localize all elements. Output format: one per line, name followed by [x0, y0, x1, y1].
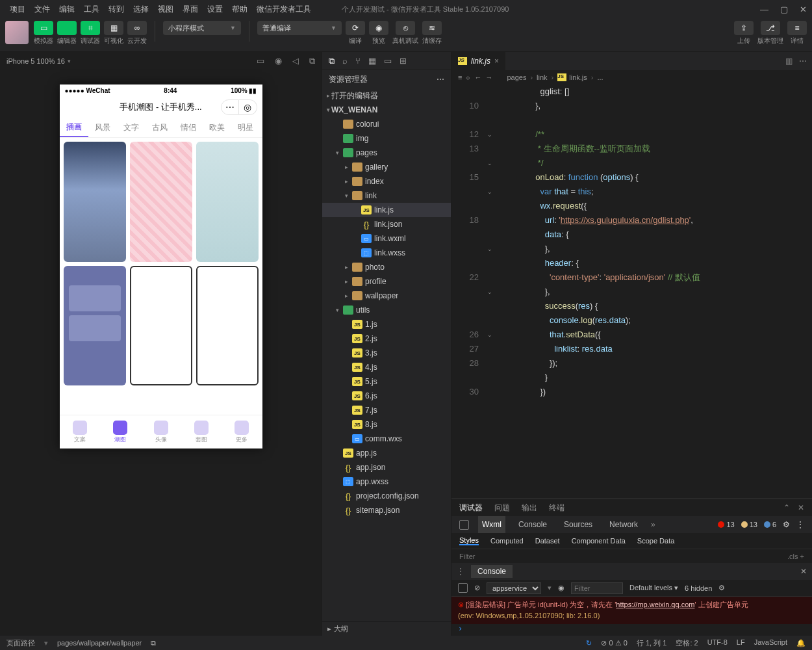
menu-item[interactable]: 视图 [153, 4, 178, 15]
record-icon[interactable]: ◉ [275, 56, 282, 66]
tree-node[interactable]: JS7.js [322, 403, 451, 417]
tree-node[interactable]: ⬚app.wxss [322, 474, 451, 489]
tree-node[interactable]: {}app.json [322, 460, 451, 474]
target-icon[interactable]: ◎ [239, 99, 257, 115]
tab-terminal[interactable]: 终端 [549, 502, 565, 514]
wallpaper-card[interactable] [196, 142, 259, 262]
close-tab-icon[interactable]: × [494, 57, 499, 66]
inspect-icon[interactable] [459, 520, 469, 530]
more-tabs-icon[interactable]: » [651, 520, 655, 529]
phone-simulator[interactable]: ●●●●● WeChat8:44100% ▮▮ 手机潮图 - 让手机秀... ⋯… [60, 84, 262, 448]
sync-icon[interactable]: ↻ [586, 639, 592, 647]
kebab-icon[interactable]: ⋮ [796, 520, 804, 529]
wallpaper-card[interactable] [130, 266, 192, 386]
menu-item[interactable]: 项目 [5, 4, 30, 15]
close-panel-icon[interactable]: ✕ [798, 503, 804, 512]
category-tab[interactable]: 风景 [88, 118, 117, 137]
more-icon[interactable]: ⋯ [437, 75, 444, 84]
编辑器-button[interactable] [57, 21, 77, 35]
breadcrumb[interactable]: ≡ ⟐ ← → pages› link› JSlink.js› ... [451, 70, 812, 84]
category-tab[interactable]: 欧美 [203, 118, 231, 137]
tab-problems[interactable]: 问题 [494, 502, 510, 514]
close-icon[interactable]: ✕ [800, 5, 807, 14]
模拟器-button[interactable]: ▭ [34, 21, 53, 35]
tree-node[interactable]: JS8.js [322, 417, 451, 432]
tree-node[interactable]: ▸index [322, 174, 451, 188]
wallpaper-card[interactable] [64, 266, 126, 386]
tab-debugger[interactable]: 调试器 [459, 502, 483, 514]
context-select[interactable]: appservice [487, 582, 541, 594]
tree-node[interactable]: ▾link [322, 188, 451, 203]
tree-node[interactable]: {}project.config.json [322, 489, 451, 503]
device-icon[interactable]: ▭ [257, 56, 264, 66]
code-editor[interactable]: 10121315182226272830 ⌄⌄⌄⌄⌄⌄ gglist: [] }… [451, 84, 812, 499]
mute-icon[interactable]: ◁ [292, 56, 299, 66]
console-prompt[interactable]: › [451, 624, 812, 636]
tabbar-item[interactable]: 文案 [60, 415, 100, 448]
inspect-icon[interactable] [458, 583, 468, 593]
tree-node[interactable]: JS2.js [322, 332, 451, 346]
menu-item[interactable]: 设置 [203, 4, 227, 15]
kebab-icon[interactable]: ⋮ [457, 567, 464, 576]
avatar[interactable] [5, 21, 29, 44]
wallpaper-card[interactable] [130, 142, 192, 262]
menu-item[interactable]: 微信开发者工具 [252, 4, 316, 15]
tree-node[interactable]: ▭link.wxml [322, 231, 451, 246]
device-label[interactable]: iPhone 5 100% 16 [6, 57, 65, 65]
category-tab[interactable]: 文字 [117, 118, 146, 137]
tree-node[interactable]: JS4.js [322, 360, 451, 374]
category-tab[interactable]: 明星 [231, 118, 260, 137]
mode-select[interactable]: 小程序模式▼ [163, 21, 241, 35]
上传-button[interactable]: ⇪ [734, 21, 754, 35]
真机调试-button[interactable]: ⎋ [396, 21, 415, 35]
tree-node[interactable]: ⬚link.wxss [322, 246, 451, 260]
styles-filter[interactable]: Filter [459, 552, 475, 560]
layout-icon[interactable]: ▦ [368, 56, 376, 66]
split-icon[interactable]: ▥ [785, 57, 793, 66]
section-project[interactable]: ▾WX_WENAN [322, 103, 451, 117]
wallpaper-card[interactable] [64, 142, 126, 262]
版本管理-button[interactable]: ⎇ [761, 21, 780, 35]
详情-button[interactable]: ≡ [787, 21, 807, 35]
tab-network[interactable]: Network [605, 516, 642, 533]
menu-item[interactable]: 编辑 [55, 4, 79, 15]
minimize-icon[interactable]: — [760, 5, 768, 14]
gear-icon[interactable]: ⚙ [783, 520, 790, 529]
tab-sources[interactable]: Sources [560, 516, 596, 533]
tree-node[interactable]: JSapp.js [322, 446, 451, 460]
tree-node[interactable]: ▾utils [322, 303, 451, 317]
云开发-button[interactable]: ∞ [127, 21, 147, 35]
menu-item[interactable]: 选择 [129, 4, 153, 15]
category-tab[interactable]: 插画 [60, 118, 88, 137]
ext-icon[interactable]: ⊞ [400, 56, 407, 66]
tree-node[interactable]: ▸profile [322, 274, 451, 289]
tree-node[interactable]: ▾pages [322, 146, 451, 160]
editor-tab[interactable]: JSlink.js× [451, 52, 505, 70]
category-tab[interactable]: 情侣 [174, 118, 203, 137]
tree-node[interactable]: ▸wallpaper [322, 289, 451, 303]
tree-node[interactable]: JS5.js [322, 374, 451, 389]
wallpaper-card[interactable] [196, 266, 259, 386]
tab-console[interactable]: Console [514, 516, 551, 533]
tree-node[interactable]: ▸photo [322, 260, 451, 274]
levels-select[interactable]: Default levels ▾ [629, 584, 678, 592]
stop-icon[interactable]: ⊘ [474, 584, 480, 592]
tree-node[interactable]: JS3.js [322, 346, 451, 360]
清缓存-button[interactable]: ≋ [422, 21, 442, 35]
git-icon[interactable]: ⑂ [355, 56, 361, 66]
tree-node[interactable]: JSlink.js [322, 203, 451, 217]
compile-select[interactable]: 普通编译▼ [257, 21, 342, 35]
tabbar-item[interactable]: 潮图 [100, 415, 140, 448]
tree-node[interactable]: colorui [322, 117, 451, 131]
nav-fwd-icon[interactable]: → [485, 73, 492, 81]
menu-item[interactable]: 帮助 [227, 4, 252, 15]
tab-output[interactable]: 输出 [522, 502, 537, 514]
menu-icon[interactable]: ⋯ [221, 99, 239, 115]
menu-item[interactable]: 工具 [79, 4, 104, 15]
section-open-editors[interactable]: ▸打开的编辑器 [322, 88, 451, 103]
tab-wxml[interactable]: Wxml [478, 516, 505, 533]
more-icon[interactable]: ⋯ [799, 57, 807, 66]
search-icon[interactable]: ⌕ [342, 56, 348, 66]
eye-icon[interactable]: ◉ [558, 584, 565, 592]
copy-icon[interactable]: ⧉ [309, 56, 315, 66]
